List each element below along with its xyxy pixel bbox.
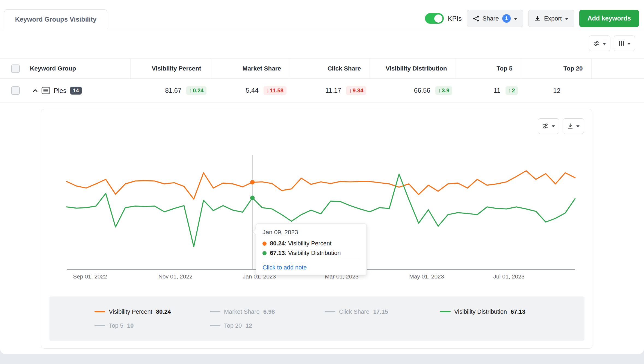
- metric-value: 11: [494, 87, 501, 94]
- tabs-row: Keyword Groups Visibility KPIs Share: [0, 0, 644, 29]
- cell-top-5: 11 2: [456, 86, 521, 95]
- metric-value: 66.56: [414, 87, 430, 94]
- table-toolbar: [0, 36, 644, 51]
- col-header-keyword-group: Keyword Group: [23, 59, 130, 78]
- line-swatch: [210, 325, 220, 326]
- sliders-icon: [542, 123, 549, 129]
- cell-click-share: 11.17 9.34: [290, 86, 370, 95]
- top-controls: KPIs Share 1: [425, 10, 639, 27]
- select-all-checkbox[interactable]: [11, 64, 20, 73]
- chart-card: Sep 01, 2022 Nov 01, 2022 Jan 01, 2023 M…: [41, 109, 592, 349]
- chevron-down-icon: [514, 18, 517, 20]
- export-button[interactable]: Export: [528, 10, 574, 27]
- legend-item-market-share[interactable]: Market Share6.98: [210, 305, 325, 319]
- chart-toolbar: [538, 118, 584, 134]
- line-swatch: [440, 311, 451, 312]
- chevron-down-icon: [552, 125, 555, 127]
- tooltip-date: Jan 09, 2023: [262, 229, 360, 236]
- legend-item-top-20[interactable]: Top 2012: [210, 319, 325, 333]
- col-header-click-share: Click Share: [290, 59, 370, 78]
- tooltip-row-visibility-distribution: 67.13Visibility Distribution: [262, 249, 360, 257]
- table-columns-button[interactable]: [614, 36, 635, 51]
- legend-item-click-share[interactable]: Click Share17.15: [325, 305, 440, 319]
- share-button[interactable]: Share 1: [467, 10, 524, 27]
- delta-badge-up: 3.9: [435, 86, 452, 95]
- chart-download-button[interactable]: [563, 118, 584, 134]
- sliders-icon: [593, 40, 600, 47]
- export-label: Export: [544, 15, 562, 22]
- chevron-down-icon: [603, 43, 606, 45]
- kpis-toggle[interactable]: [425, 13, 444, 24]
- line-swatch: [94, 325, 105, 326]
- cell-visibility-distribution: 66.56 3.9: [370, 86, 456, 95]
- share-icon: [473, 15, 479, 22]
- collapse-chevron-icon[interactable]: [33, 89, 38, 93]
- download-icon: [534, 15, 541, 22]
- legend-item-visibility-distribution[interactable]: Visibility Distribution67.13: [440, 305, 555, 319]
- chart-legend: Visibility Percent80.24 Market Share6.98…: [49, 297, 584, 341]
- col-header-top-5: Top 5: [456, 59, 521, 78]
- tab-label: Keyword Groups Visibility: [15, 16, 96, 23]
- cell-top-20: 12: [521, 87, 592, 95]
- share-count-badge: 1: [502, 14, 511, 23]
- download-icon: [567, 123, 574, 129]
- keyword-group-name[interactable]: Pies: [54, 87, 67, 95]
- orange-dot-icon: [262, 242, 267, 246]
- metric-value: 11.17: [325, 87, 341, 94]
- x-tick-label: May 01, 2023: [409, 273, 444, 280]
- col-header-visibility-percent: Visibility Percent: [130, 59, 210, 78]
- table-header: Keyword Group Visibility Percent Market …: [0, 58, 644, 79]
- list-icon: [42, 87, 50, 95]
- tooltip-row-visibility-percent: 80.24Visibility Percent: [262, 240, 360, 247]
- chart-tooltip: Jan 09, 2023 80.24Visibility Percent 67.…: [256, 224, 367, 275]
- chevron-down-icon: [565, 18, 568, 20]
- row-checkbox[interactable]: [11, 86, 20, 95]
- columns-icon: [618, 40, 625, 47]
- table-filter-button[interactable]: [589, 36, 610, 51]
- delta-badge-down: 9.34: [346, 86, 366, 95]
- delta-badge-up: 2: [506, 86, 518, 95]
- tab-keyword-groups-visibility[interactable]: Keyword Groups Visibility: [4, 9, 107, 29]
- kpis-toggle-group: KPIs: [425, 13, 462, 24]
- line-swatch: [94, 311, 105, 312]
- x-tick-label: Jul 01, 2023: [493, 273, 524, 280]
- app: Keyword Groups Visibility KPIs Share: [0, 0, 644, 364]
- add-keywords-button[interactable]: Add keywords: [579, 10, 639, 27]
- delta-badge-up: 0.24: [186, 86, 206, 95]
- col-header-top-20: Top 20: [521, 59, 592, 78]
- col-header-visibility-distribution: Visibility Distribution: [370, 59, 456, 78]
- line-swatch: [325, 311, 335, 312]
- metric-value: 12: [553, 87, 560, 95]
- col-header-market-share: Market Share: [210, 59, 290, 78]
- line-swatch: [210, 311, 220, 312]
- x-tick-label: Sep 01, 2022: [73, 273, 107, 280]
- toggle-knob: [434, 14, 442, 23]
- main-panel: Keyword Groups Visibility KPIs Share: [0, 0, 644, 354]
- green-dot-icon: [262, 251, 267, 255]
- share-label: Share: [483, 15, 499, 22]
- metric-value: 81.67: [165, 87, 181, 94]
- x-tick-label: Nov 01, 2022: [158, 273, 193, 280]
- kpis-label: KPIs: [448, 15, 462, 22]
- keyword-group-cell: Pies 14: [23, 87, 82, 95]
- delta-badge-down: 11.58: [264, 86, 286, 95]
- legend-item-top-5[interactable]: Top 510: [94, 319, 210, 333]
- legend-item-visibility-percent[interactable]: Visibility Percent80.24: [94, 305, 210, 319]
- chevron-down-icon: [576, 125, 580, 127]
- add-note-link[interactable]: Click to add note: [262, 260, 360, 271]
- table-row: Pies 14 81.67 0.24 5.44 11.58 11.17 9.34…: [0, 79, 644, 103]
- chart-settings-button[interactable]: [538, 118, 559, 134]
- chevron-down-icon: [627, 43, 631, 45]
- cell-visibility-percent: 81.67 0.24: [130, 86, 210, 95]
- cell-market-share: 5.44 11.58: [210, 86, 290, 95]
- metric-value: 5.44: [246, 87, 259, 94]
- keyword-count-badge: 14: [70, 87, 82, 95]
